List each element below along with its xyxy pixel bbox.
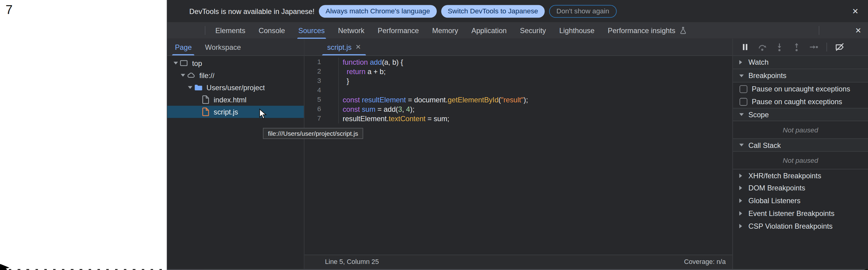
section-label: Breakpoints <box>748 71 786 80</box>
sidebar-section-scope[interactable]: Scope <box>733 108 868 121</box>
banner-button-always-match-chrome-s-language[interactable]: Always match Chrome's language <box>319 5 436 17</box>
navigator-menu-kebab-icon[interactable] <box>291 42 300 51</box>
gear-icon[interactable] <box>825 26 834 35</box>
step-out-icon[interactable] <box>792 42 802 52</box>
toolbar-divider <box>827 42 827 51</box>
banner-button-don-t-show-again[interactable]: Don't show again <box>549 5 616 17</box>
tab-network[interactable]: Network <box>331 22 371 39</box>
pause-icon[interactable] <box>740 42 750 52</box>
not-paused-message: Not paused <box>733 121 868 139</box>
section-label: Global Listeners <box>748 197 800 205</box>
triangle-right-icon <box>739 223 744 229</box>
tab-performance-insights[interactable]: Performance insights <box>601 22 701 39</box>
editor-tab-script-js[interactable]: script.js ✕ <box>321 39 367 56</box>
code-line: 3 } <box>304 77 732 86</box>
tree-item-index-html[interactable]: index.html <box>167 94 304 106</box>
tab-console[interactable]: Console <box>252 22 292 39</box>
checkbox-pause-on-uncaught-exceptions[interactable] <box>740 85 747 93</box>
line-number[interactable]: 6 <box>304 104 339 114</box>
line-number[interactable]: 2 <box>304 67 339 77</box>
inspect-element-icon[interactable] <box>174 26 183 35</box>
tab-elements[interactable]: Elements <box>209 22 252 39</box>
code-line-text: const sum = add(3, 4); <box>339 104 414 114</box>
token-fn: add <box>370 58 382 66</box>
tab-sources[interactable]: Sources <box>291 22 331 39</box>
sidebar-section-breakpoints[interactable]: Breakpoints <box>733 69 868 83</box>
step-into-icon[interactable] <box>774 42 784 52</box>
sidebar-section-event-listener-breakpoints[interactable]: Event Listener Breakpoints <box>733 207 868 220</box>
code-editor[interactable]: 1function add(a, b) {2 return a + b;3 }4… <box>304 56 732 254</box>
tree-item-users-user-project[interactable]: Users/user/project <box>167 81 304 94</box>
mouse-pointer-icon <box>259 109 267 119</box>
debugger-toolbar <box>733 39 868 56</box>
tree-item-label: top <box>192 59 202 67</box>
token-pl: ); <box>524 96 528 104</box>
not-paused-message: Not paused <box>733 152 868 169</box>
tab-security[interactable]: Security <box>513 22 553 39</box>
token-pl <box>360 105 362 113</box>
sidebar-section-dom-breakpoints[interactable]: DOM Breakpoints <box>733 182 868 194</box>
triangle-down-icon[interactable] <box>186 86 194 89</box>
line-number[interactable]: 7 <box>304 114 339 123</box>
token-kw: function <box>343 58 368 66</box>
code-line: 6const sum = add(3, 4); <box>304 104 732 114</box>
sidebar-filler <box>733 233 868 269</box>
tab-application[interactable]: Application <box>465 22 513 39</box>
editor-tab-close-icon[interactable]: ✕ <box>355 43 361 51</box>
sidebar-section-xhr-fetch-breakpoints[interactable]: XHR/fetch Breakpoints <box>733 169 868 182</box>
triangle-down-icon[interactable] <box>179 73 187 77</box>
section-label: XHR/fetch Breakpoints <box>748 171 821 179</box>
section-label: Call Stack <box>748 141 781 149</box>
infobar-close-icon[interactable]: ✕ <box>850 5 861 17</box>
device-toolbar-icon[interactable] <box>189 26 198 35</box>
navigator-tab-page[interactable]: Page <box>168 39 198 56</box>
sidebar-section-csp-violation-breakpoints[interactable]: CSP Violation Breakpoints <box>733 220 868 233</box>
folder-icon <box>194 83 203 92</box>
navigator-tab-label: Page <box>175 43 192 51</box>
section-label: DOM Breakpoints <box>748 184 805 192</box>
code-line: 5const resultElement = document.getEleme… <box>304 95 732 105</box>
tab-performance[interactable]: Performance <box>371 22 426 39</box>
tab-label: Lighthouse <box>559 26 594 35</box>
sidebar-section-watch[interactable]: Watch <box>733 56 868 69</box>
more-tabs-chevron-icon[interactable] <box>249 42 257 51</box>
partial-cursor-icon <box>0 264 9 270</box>
section-label: Event Listener Breakpoints <box>748 209 834 217</box>
checkbox-pause-on-caught-exceptions[interactable] <box>740 98 747 106</box>
tree-item-script-js[interactable]: script.js <box>167 106 304 118</box>
line-number[interactable]: 4 <box>304 86 339 95</box>
debugger-sidebar: WatchBreakpointsPause on uncaught except… <box>732 39 868 269</box>
devtools-main-toolbar: ElementsConsoleSourcesNetworkPerformance… <box>167 22 868 39</box>
coverage-status: Coverage: n/a <box>684 258 725 266</box>
checkbox-row-pause-on-caught-exceptions[interactable]: Pause on caught exceptions <box>733 95 868 108</box>
tree-item-top[interactable]: top <box>167 57 304 69</box>
devtools-close-icon[interactable]: ✕ <box>855 26 862 35</box>
page-bottom-dashes <box>9 269 165 270</box>
section-label: Watch <box>748 58 768 66</box>
checkbox-row-pause-on-uncaught-exceptions[interactable]: Pause on uncaught exceptions <box>733 83 868 95</box>
screen: 7 DevTools is now available in Japanese!… <box>0 0 868 270</box>
navigator-tabs-row: PageWorkspace <box>167 39 304 56</box>
sidebar-section-call-stack[interactable]: Call Stack <box>733 139 868 152</box>
token-prop: textContent <box>389 115 426 123</box>
line-number[interactable]: 5 <box>304 95 339 105</box>
tree-item-file[interactable]: file:// <box>167 69 304 81</box>
flask-icon <box>679 26 688 35</box>
step-icon[interactable] <box>809 42 819 52</box>
kebab-menu-icon[interactable] <box>840 26 849 35</box>
section-label: CSP Violation Breakpoints <box>748 222 833 230</box>
banner-button-switch-devtools-to-japanese[interactable]: Switch DevTools to Japanese <box>441 5 545 17</box>
deactivate-breakpoints-icon[interactable] <box>835 42 845 52</box>
tab-lighthouse[interactable]: Lighthouse <box>553 22 601 39</box>
sidebar-section-global-listeners[interactable]: Global Listeners <box>733 194 868 207</box>
token-pl: = document. <box>406 96 448 104</box>
hide-navigator-icon[interactable] <box>309 42 318 51</box>
navigator-tab-workspace[interactable]: Workspace <box>198 39 248 56</box>
line-number[interactable]: 1 <box>304 58 339 67</box>
line-number[interactable]: 3 <box>304 77 339 86</box>
triangle-down-icon[interactable] <box>172 61 180 65</box>
pretty-print-braces-icon[interactable] <box>312 258 320 266</box>
editor-tab-strip: script.js ✕ <box>304 39 732 56</box>
tab-memory[interactable]: Memory <box>426 22 465 39</box>
step-over-icon[interactable] <box>757 42 767 52</box>
